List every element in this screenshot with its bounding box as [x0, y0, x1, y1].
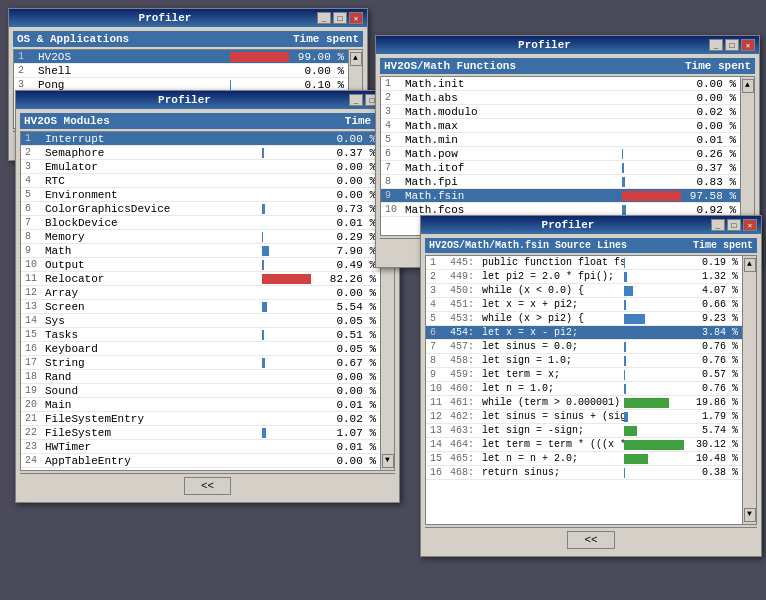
row-name: Math.init [405, 78, 622, 90]
scrollbar-4[interactable]: ▲ ▼ [742, 256, 756, 524]
table-row[interactable]: 1HV2OS99.00 % [14, 50, 348, 64]
row-line: 453: [450, 313, 482, 324]
table-row[interactable]: 2Math.abs0.00 % [381, 91, 740, 105]
header-col-time-3: Time spent [671, 60, 751, 72]
table-row[interactable]: 21FileSystemEntry0.02 % [21, 412, 380, 426]
scroll-up-3[interactable]: ▲ [742, 79, 754, 93]
table-row[interactable]: 1445:public function float fsin(float x)… [426, 256, 742, 270]
table-row[interactable]: 8Math.fpi0.83 % [381, 175, 740, 189]
minimize-button-2[interactable]: _ [349, 94, 363, 106]
close-button-1[interactable]: ✕ [349, 12, 363, 24]
row-name: Math.modulo [405, 106, 622, 118]
list-inner-3: 1Math.init0.00 %2Math.abs0.00 %3Math.mod… [381, 77, 740, 235]
table-row[interactable]: 15465:let n = n + 2.0;10.48 % [426, 452, 742, 466]
table-row[interactable]: 15Tasks0.51 % [21, 328, 380, 342]
table-row[interactable]: 4RTC0.00 % [21, 174, 380, 188]
table-row[interactable]: 7Math.itof0.37 % [381, 161, 740, 175]
table-row[interactable]: 11461:while (term > 0.000001) {// Pretty… [426, 396, 742, 410]
table-row[interactable]: 3Emulator0.00 % [21, 160, 380, 174]
scroll-down-2[interactable]: ▼ [382, 454, 394, 468]
row-bar [624, 384, 626, 394]
table-row[interactable]: 2449:let pi2 = 2.0 * fpi();1.32 % [426, 270, 742, 284]
nav-back-button-2[interactable]: << [184, 477, 231, 495]
table-row[interactable]: 2Semaphore0.37 % [21, 146, 380, 160]
row-time: 0.00 % [294, 65, 344, 77]
table-row[interactable]: 5Environment0.00 % [21, 188, 380, 202]
table-row[interactable]: 7BlockDevice0.01 % [21, 216, 380, 230]
title-bar-title-2: Profiler [20, 94, 349, 106]
table-row[interactable]: 3Math.modulo0.02 % [381, 105, 740, 119]
table-row[interactable]: 9Math.fsin97.58 % [381, 189, 740, 203]
row-bar-container [262, 386, 322, 396]
table-row[interactable]: 14Sys0.05 % [21, 314, 380, 328]
row-bar [262, 260, 264, 270]
table-row[interactable]: 9459:let term = x;0.57 % [426, 368, 742, 382]
scroll-up-4[interactable]: ▲ [744, 258, 756, 272]
table-row[interactable]: 8458:let sign = 1.0;0.76 % [426, 354, 742, 368]
row-name: ColorGraphicsDevice [45, 203, 262, 215]
table-row[interactable]: 11Relocator82.26 % [21, 272, 380, 286]
table-row[interactable]: 6Math.pow0.26 % [381, 147, 740, 161]
profiler-window-2[interactable]: Profiler _ □ ✕ HV2OS Modules Time sp 1In… [15, 90, 400, 503]
table-row[interactable]: 20Main0.01 % [21, 398, 380, 412]
close-button-4[interactable]: ✕ [743, 219, 757, 231]
row-time: 0.01 % [686, 134, 736, 146]
table-row[interactable]: 12462:let sinus = sinus + (sign * term);… [426, 410, 742, 424]
table-row[interactable]: 5453:while (x > pi2) {9.23 % [426, 312, 742, 326]
table-row[interactable]: 12Array0.00 % [21, 286, 380, 300]
table-row[interactable]: 4451:let x = x + pi2;0.66 % [426, 298, 742, 312]
row-time: 0.00 % [326, 189, 376, 201]
row-time: 0.76 % [688, 355, 738, 366]
maximize-button-3[interactable]: □ [725, 39, 739, 51]
table-row[interactable]: 16468:return sinus;0.38 % [426, 466, 742, 480]
row-bar-container [624, 412, 684, 422]
table-row[interactable]: 7457:let sinus = 0.0;0.76 % [426, 340, 742, 354]
table-row[interactable]: 2Shell0.00 % [14, 64, 348, 78]
table-row[interactable]: 18Rand0.00 % [21, 370, 380, 384]
row-bar [262, 274, 311, 284]
row-name: let n = 1.0; [482, 383, 624, 394]
table-row[interactable]: 3450:while (x < 0.0) {4.07 % [426, 284, 742, 298]
table-row[interactable]: 17String0.67 % [21, 356, 380, 370]
table-row[interactable]: 19Sound0.00 % [21, 384, 380, 398]
row-bar-container [624, 258, 684, 268]
row-bar-container [624, 426, 684, 436]
table-row[interactable]: 16Keyboard0.05 % [21, 342, 380, 356]
table-row[interactable]: 14464:let term = term * (((x * x) / (n +… [426, 438, 742, 452]
close-button-3[interactable]: ✕ [741, 39, 755, 51]
nav-back-button-4[interactable]: << [567, 531, 614, 549]
row-name: RTC [45, 175, 262, 187]
table-row[interactable]: 9Math7.90 % [21, 244, 380, 258]
table-row[interactable]: 10460:let n = 1.0;0.76 % [426, 382, 742, 396]
row-number: 11 [430, 397, 450, 408]
table-row[interactable]: 10Output0.49 % [21, 258, 380, 272]
table-row[interactable]: 1Math.init0.00 % [381, 77, 740, 91]
row-line: 462: [450, 411, 482, 422]
profiler-window-4[interactable]: Profiler _ □ ✕ HV2OS/Math/Math.fsin Sour… [420, 215, 762, 557]
maximize-button-4[interactable]: □ [727, 219, 741, 231]
row-time: 0.67 % [326, 357, 376, 369]
table-row[interactable]: 13463:let sign = -sign;5.74 % [426, 424, 742, 438]
table-row[interactable]: 24AppTableEntry0.00 % [21, 454, 380, 468]
table-row[interactable]: 4Math.max0.00 % [381, 119, 740, 133]
table-row[interactable]: 1Interrupt0.00 % [21, 132, 380, 146]
table-row[interactable]: 6ColorGraphicsDevice0.73 % [21, 202, 380, 216]
minimize-button-3[interactable]: _ [709, 39, 723, 51]
table-row[interactable]: 6454:let x = x - pi2;3.84 % [426, 326, 742, 340]
minimize-button-4[interactable]: _ [711, 219, 725, 231]
maximize-button-1[interactable]: □ [333, 12, 347, 24]
row-name: let x = x + pi2; [482, 299, 624, 310]
row-time: 0.29 % [326, 231, 376, 243]
table-row[interactable]: 13Screen5.54 % [21, 300, 380, 314]
scroll-down-4[interactable]: ▼ [744, 508, 756, 522]
row-number: 22 [25, 427, 45, 438]
table-row[interactable]: 5Math.min0.01 % [381, 133, 740, 147]
minimize-button-1[interactable]: _ [317, 12, 331, 24]
table-row[interactable]: 22FileSystem1.07 % [21, 426, 380, 440]
row-number: 20 [25, 399, 45, 410]
scroll-up-1[interactable]: ▲ [350, 52, 362, 66]
table-row[interactable]: 8Memory0.29 % [21, 230, 380, 244]
row-time: 0.38 % [688, 467, 738, 478]
scrollbar-3[interactable]: ▲ ▼ [740, 77, 754, 235]
table-row[interactable]: 23HWTimer0.01 % [21, 440, 380, 454]
